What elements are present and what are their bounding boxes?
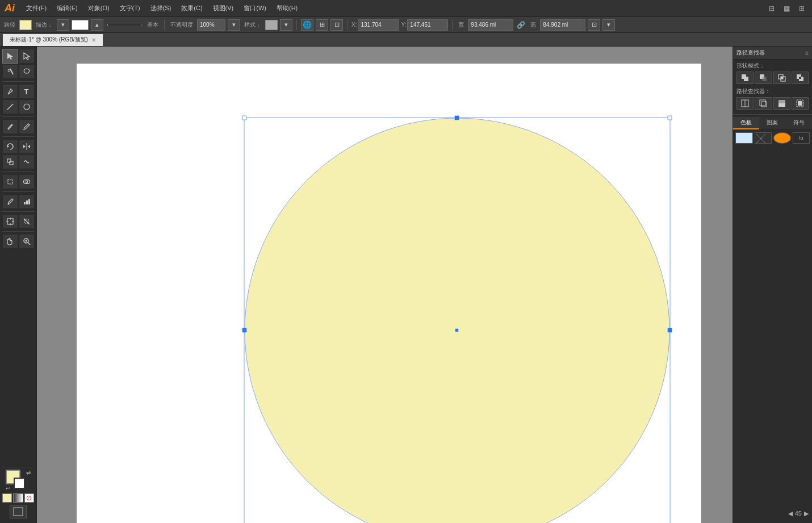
opacity-input[interactable] [197, 19, 225, 31]
unite-btn[interactable] [736, 72, 754, 84]
magic-wand-tool[interactable] [2, 64, 18, 79]
default-colors-btn[interactable]: ↩ [6, 486, 10, 491]
tab-patterns[interactable]: 图案 [759, 117, 785, 129]
slice-tool[interactable] [19, 214, 35, 229]
document-tab[interactable]: 未标题-1* @ 300% (RGB/预览) ✕ [2, 34, 103, 46]
line-tool[interactable] [2, 99, 18, 114]
svg-rect-55 [762, 77, 767, 81]
style-swatch[interactable] [265, 20, 278, 30]
opacity-dropdown[interactable]: ▾ [228, 19, 240, 31]
swatch-blue-light[interactable] [735, 132, 753, 144]
menu-edit[interactable]: 编辑(E) [52, 3, 82, 14]
tool-sep-2 [2, 116, 34, 117]
y-input[interactable] [407, 19, 448, 31]
pen-tool[interactable] [2, 84, 18, 99]
svg-rect-58 [781, 77, 783, 79]
color-mode-solid[interactable] [2, 493, 12, 503]
color-mode-gradient[interactable] [13, 493, 23, 503]
artboard-tool[interactable] [2, 214, 18, 229]
text-tool[interactable]: T [19, 84, 35, 99]
tool-row-6 [1, 139, 35, 154]
panel-scroll-right[interactable]: ▶ [804, 510, 809, 517]
svg-rect-68 [798, 101, 802, 106]
lasso-tool[interactable] [19, 64, 35, 79]
reflect-tool[interactable] [19, 139, 35, 154]
globe-icon[interactable]: 🌐 [301, 19, 313, 31]
rotate-tool[interactable] [2, 139, 18, 154]
menu-help[interactable]: 帮助(H) [272, 3, 302, 14]
panel-bottom: ◀ 45 ▶ [733, 504, 812, 523]
eyedropper-tool[interactable] [2, 194, 18, 209]
pencil-tool[interactable] [19, 119, 35, 134]
transform-options[interactable]: ⊡ [588, 19, 600, 31]
transform-icon[interactable]: ⊡ [330, 19, 343, 31]
align-icon[interactable]: ⊞ [316, 19, 328, 31]
divider4 [452, 20, 453, 30]
minus-front-btn[interactable] [755, 72, 772, 84]
link-icon[interactable]: 🔗 [516, 21, 526, 29]
tab-close-btn[interactable]: ✕ [91, 37, 96, 43]
shape-modes-section: 形状模式： 路径查找器： [733, 60, 812, 112]
fill-swatch[interactable] [19, 20, 32, 30]
h-input[interactable] [540, 19, 585, 31]
tab-swatches[interactable]: 色板 [733, 117, 759, 129]
brush-tool[interactable] [2, 119, 18, 134]
merge-btn[interactable] [773, 97, 790, 110]
tool-sep-4 [2, 171, 34, 172]
divide-btn[interactable] [736, 97, 754, 110]
app-logo: Ai [5, 2, 15, 14]
chart-tool[interactable] [19, 194, 35, 209]
swap-colors-btn[interactable]: ⇄ [26, 470, 31, 476]
panel-expand-icon[interactable]: ≡ [805, 50, 809, 56]
hand-tool[interactable] [2, 234, 18, 249]
menu-view[interactable]: 视图(V) [208, 3, 238, 14]
menu-object[interactable]: 对象(O) [83, 3, 114, 14]
warp-tool[interactable] [19, 154, 35, 169]
svg-rect-9 [7, 159, 11, 162]
canvas-area[interactable] [37, 47, 733, 523]
menu-select[interactable]: 选择(S) [146, 3, 176, 14]
free-transform-tool[interactable] [2, 174, 18, 189]
ellipse-tool[interactable] [19, 99, 35, 114]
canvas-view-btn[interactable] [10, 505, 27, 518]
trim-btn[interactable] [755, 97, 772, 110]
icon-bar-btn3[interactable]: ⊞ [796, 3, 807, 14]
svg-rect-66 [778, 100, 785, 103]
select-tool[interactable] [2, 49, 18, 64]
title-bar-icons: ⊟ ▦ ⊞ [766, 3, 807, 14]
color-mode-none[interactable]: ∅ [24, 493, 34, 503]
svg-point-31 [245, 118, 669, 523]
swatch-orange[interactable] [773, 132, 791, 144]
scale-tool[interactable] [2, 154, 18, 169]
tool-row-9 [1, 194, 35, 209]
stroke-weight-up[interactable]: ▴ [91, 19, 103, 31]
menu-file[interactable]: 文件(F) [22, 3, 51, 14]
swatch-black[interactable] [755, 132, 772, 144]
swatch-text[interactable]: Iα [793, 132, 810, 144]
style-dropdown[interactable]: ▾ [280, 19, 292, 31]
shape-builder-tool[interactable] [19, 174, 35, 189]
menu-type[interactable]: 文字(T) [115, 3, 145, 14]
exclude-btn[interactable] [792, 72, 809, 84]
icon-bar-btn2[interactable]: ▦ [781, 3, 793, 14]
zoom-tool[interactable] [19, 234, 35, 249]
more-options[interactable]: ▾ [602, 19, 615, 31]
tab-symbols[interactable]: 符号 [786, 117, 812, 129]
icon-bar-btn1[interactable]: ⊟ [766, 3, 777, 14]
w-input[interactable] [468, 19, 513, 31]
menu-effect[interactable]: 效果(C) [177, 3, 207, 14]
intersect-btn[interactable] [773, 72, 790, 84]
title-bar: Ai 文件(F) 编辑(E) 对象(O) 文字(T) 选择(S) 效果(C) 视… [0, 0, 812, 17]
panel-scroll-left[interactable]: ◀ [788, 510, 793, 517]
stroke-swatch[interactable] [72, 20, 89, 30]
stroke-weight-down[interactable]: ▾ [57, 19, 69, 31]
stroke-box[interactable] [14, 478, 25, 489]
tool-row-11 [1, 234, 35, 249]
crop-btn[interactable] [792, 97, 809, 110]
menu-bar: 文件(F) 编辑(E) 对象(O) 文字(T) 选择(S) 效果(C) 视图(V… [22, 3, 302, 14]
x-input[interactable] [358, 19, 399, 31]
circle-shape[interactable] [244, 118, 670, 523]
svg-rect-36 [242, 116, 246, 120]
menu-window[interactable]: 窗口(W) [239, 3, 271, 14]
direct-select-tool[interactable] [19, 49, 35, 64]
